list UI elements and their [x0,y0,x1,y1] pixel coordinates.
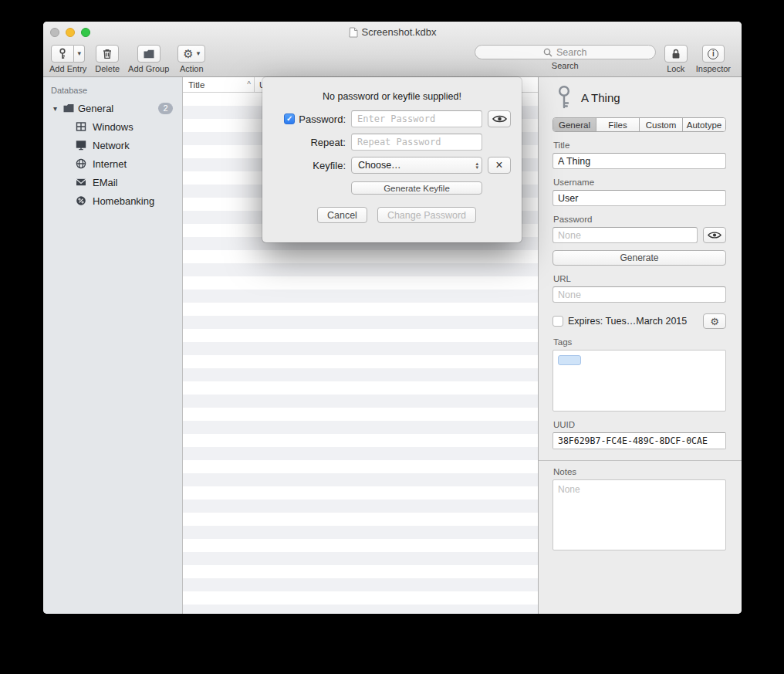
action-button[interactable]: ⚙ ▾ [177,45,205,63]
sidebar-item-label: Homebanking [93,195,154,207]
trash-icon [101,48,113,60]
keyfile-label-group: Keyfile: [265,160,346,171]
info-icon: i [708,49,718,59]
clear-keyfile-button[interactable]: × [488,157,511,174]
delete-group: Delete [95,45,120,73]
expires-checkbox[interactable] [553,316,563,327]
inspector-header: A Thing [553,77,726,117]
gear-icon: ⚙ [183,48,193,59]
keyfile-popup-value: Choose… [358,160,475,171]
search-label: Search [552,61,579,70]
generate-password-button[interactable]: Generate [553,250,726,266]
sidebar-group-general[interactable]: ▾ General 2 [43,99,182,117]
folder-plus-icon [143,48,155,60]
minimize-button[interactable] [66,28,75,37]
tab-general[interactable]: General [553,118,596,131]
sidebar-item-label: Network [93,140,130,151]
repeat-password-input[interactable] [351,134,482,151]
sidebar-header: Database [43,83,182,99]
uuid-field[interactable] [553,432,726,449]
tab-autotype[interactable]: Autotype [682,118,725,131]
action-label: Action [180,64,204,73]
cancel-button[interactable]: Cancel [317,207,367,223]
keyfile-label: Keyfile: [313,160,346,171]
keyfile-popup[interactable]: Choose… ▴ ▾ [351,157,482,174]
add-group-group: Add Group [128,45,169,73]
expires-settings-button[interactable]: ⚙ [703,313,726,329]
coin-percent-icon [75,195,87,207]
sidebar-item-network[interactable]: Network [43,136,182,154]
windows-icon [75,120,87,133]
password-label-group: ✓ Password: [265,113,346,125]
key-icon [556,85,573,110]
close-button[interactable] [50,28,59,37]
add-entry-label: Add Entry [49,64,86,73]
notes-field-label: Notes [553,467,726,476]
change-password-button[interactable]: Change Password [377,207,476,223]
stepper-down-icon: ▾ [475,165,478,170]
toolbar: ▾ Add Entry Delete Add [43,42,742,76]
enter-password-input[interactable] [351,110,482,127]
url-field-label: URL [553,274,726,283]
titlebar[interactable]: Screenshot.kdbx [43,22,742,42]
inspector-panel: A Thing General Files Custom Autotype Ti… [538,77,742,614]
chevron-down-icon: ▾ [77,50,81,57]
repeat-label: Repeat: [310,137,346,148]
uuid-field-label: UUID [553,420,726,429]
add-entry-button[interactable] [51,45,74,63]
sidebar-item-email[interactable]: EMail [43,173,182,191]
group-count-badge: 2 [158,103,173,114]
change-password-dialog: No password or keyfile supplied! ✓ Passw… [262,77,522,242]
sidebar: Database ▾ General 2 Windows Network [43,77,183,614]
inspector-toggle-group: i Inspector [696,45,731,73]
dialog-form: ✓ Password: Repeat: Keyfile: Choose… ▴ [262,110,522,195]
chevron-down-icon: ▾ [197,50,201,57]
delete-button[interactable] [96,45,119,63]
envelope-icon [75,176,87,188]
add-entry-dropdown-button[interactable]: ▾ [74,45,85,63]
password-checkbox[interactable]: ✓ [284,113,295,124]
tab-custom[interactable]: Custom [639,118,682,131]
title-input[interactable] [553,153,726,169]
sidebar-item-windows[interactable]: Windows [43,117,182,136]
tab-files[interactable]: Files [596,118,639,131]
eye-icon [708,231,721,239]
url-input[interactable] [553,286,726,303]
sidebar-item-internet[interactable]: Internet [43,154,182,173]
password-field-label: Password [553,215,726,224]
password-input[interactable] [553,227,698,243]
app-window: Screenshot.kdbx ▾ Add Entry [43,22,742,614]
desktop: { "window": { "title": "Screenshot.kdbx"… [0,0,784,674]
window-title-group: Screenshot.kdbx [349,26,437,38]
search-input[interactable]: Search [475,45,656,59]
close-x-icon: × [495,158,502,172]
add-group-button[interactable] [137,45,161,63]
sidebar-item-homebanking[interactable]: Homebanking [43,191,182,210]
username-input[interactable] [553,190,726,206]
sidebar-item-label: Internet [93,158,127,170]
network-icon [75,139,87,151]
add-entry-group: ▾ Add Entry [49,45,86,73]
inspector-tabs: General Files Custom Autotype [553,117,726,132]
sidebar-group-label: General [78,103,113,114]
show-password-button[interactable] [488,110,511,127]
title-field-label: Title [553,141,726,150]
notes-section: Notes [539,460,742,553]
gear-icon: ⚙ [710,317,719,327]
notes-input[interactable] [553,479,726,550]
column-header-title[interactable]: Title ^ [183,77,255,92]
tags-box[interactable] [553,350,726,412]
lock-group: Lock [664,45,688,73]
zoom-button[interactable] [81,28,90,37]
search-placeholder: Search [556,47,587,58]
generate-keyfile-button[interactable]: Generate Keyfile [351,181,482,195]
inspector-button[interactable]: i [702,45,725,63]
tags-field-label: Tags [553,337,726,347]
tag-chip[interactable] [558,355,581,365]
lock-button[interactable] [664,45,688,63]
reveal-password-button[interactable] [703,227,726,243]
sort-ascending-icon: ^ [247,80,251,89]
disclosure-triangle-icon[interactable]: ▾ [51,104,59,113]
eye-icon [492,114,507,124]
sidebar-item-label: Windows [93,121,133,133]
